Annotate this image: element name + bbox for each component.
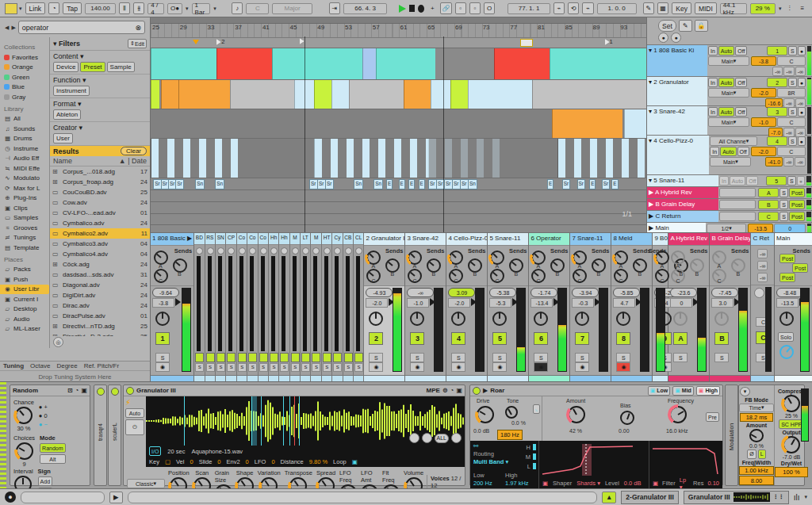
drum-chain-strip[interactable]: SN S (216, 233, 226, 381)
browser-result-row[interactable]: ▭ Diagonal.adv 24 (50, 280, 150, 290)
collection-item[interactable]: Gray (4, 92, 49, 102)
monitor-in[interactable]: In (719, 176, 729, 186)
solo-button[interactable]: S (534, 353, 548, 362)
browser-result-row[interactable]: ⊞ Directivi...nTD.adg 25 (50, 321, 150, 331)
volume-display[interactable]: -1.0 (407, 298, 429, 308)
collapsed-device[interactable]: trasqr4 (94, 384, 107, 486)
fb-amount-knob[interactable] (749, 429, 764, 442)
mixer-strip[interactable]: 3 Snare-42 Sends A B C -∞ -1.0 3 S ◉ (405, 233, 446, 381)
midi-clip[interactable] (532, 80, 646, 109)
solo-button[interactable]: S (369, 353, 383, 362)
chevron-down-icon[interactable]: ▾ (779, 6, 782, 12)
audio-clip-chip[interactable]: Sr (602, 179, 611, 189)
peak-level[interactable]: -8.48 (776, 288, 803, 297)
menu-icon[interactable]: ≡ (798, 3, 807, 13)
tuning-drop-zone[interactable]: Drop Tuning System Here (0, 371, 150, 381)
volume-field[interactable]: -2.0 (751, 147, 776, 156)
arrangement-position-field[interactable]: 66. 4. 3 (343, 3, 387, 14)
monitor-off[interactable]: Off (735, 46, 747, 55)
hot-swap-icon[interactable]: ◎ (53, 337, 63, 347)
solo-button[interactable]: S (788, 46, 797, 55)
midi-clip[interactable] (331, 80, 350, 109)
drum-chain-label[interactable]: Co (247, 233, 257, 245)
peak-level[interactable]: -∞ (407, 288, 434, 297)
monitor-auto[interactable]: Auto (730, 176, 745, 186)
filter-chip-device[interactable]: Device (53, 62, 79, 72)
theme-swatch[interactable] (5, 3, 17, 14)
collapsed-device[interactable]: sculerL (108, 384, 121, 486)
main-lane[interactable] (151, 225, 646, 232)
track-activator[interactable]: 1 (767, 46, 787, 55)
return-activator[interactable]: A (758, 188, 779, 197)
clear-filters-button[interactable]: Clear (121, 147, 147, 155)
chain-activator[interactable] (344, 353, 353, 362)
library-item[interactable]: ▤ All (4, 114, 49, 124)
audio-clip-chip[interactable]: Sn (215, 179, 224, 189)
filter-chip-preset[interactable]: Preset (80, 62, 105, 72)
monitor-off[interactable]: Off (735, 78, 747, 87)
chain-knob[interactable] (228, 247, 235, 254)
band-tab-high[interactable]: ▣ High (696, 386, 720, 396)
levels-icon[interactable]: ılı (794, 493, 800, 502)
drive-knob[interactable] (477, 406, 494, 423)
chain-solo-button[interactable]: S (248, 363, 257, 372)
band-tab-mid[interactable]: ▣ Mid (672, 386, 694, 396)
track-header-3[interactable]: ▾ 3 Snare-42 InAutoOff3S● Main ▾-1.0C -7… (647, 105, 812, 135)
frequency-knob[interactable] (669, 406, 687, 423)
drum-chain-strip[interactable]: M S (311, 233, 321, 381)
param-knob[interactable] (405, 477, 423, 489)
pan-field[interactable]: C (777, 117, 806, 127)
tone-freq-field[interactable]: 180 Hz (497, 430, 523, 440)
pre-post-toggle[interactable]: Post (789, 212, 805, 221)
drum-chain-label[interactable]: M (290, 233, 300, 245)
audio-clip-chip[interactable]: E (399, 179, 405, 189)
browser-result-row[interactable]: ▭ CV-LFO-...ead.adv 01 (50, 208, 150, 218)
lock-icon[interactable]: 🔒 (695, 20, 708, 32)
chain-fader[interactable] (250, 256, 254, 351)
chain-activator[interactable] (280, 353, 289, 362)
track-lane-4[interactable] (151, 139, 646, 178)
filter-group-label[interactable]: Content ▾ (53, 52, 147, 60)
chain-knob[interactable] (281, 247, 288, 254)
param-knob[interactable] (317, 477, 335, 489)
sample-name[interactable]: Aquaphone-15.wav (191, 448, 243, 455)
chain-activator[interactable] (312, 353, 320, 362)
chain-fader[interactable] (293, 256, 297, 351)
fb-width-field[interactable]: 8.00 (739, 476, 774, 485)
track-header-1[interactable]: ▾ 1 808 Basic Ki InAutoOff1S● Main ▾-3.8… (647, 44, 812, 76)
tempo-field[interactable]: 140.00 (85, 3, 116, 14)
monitor-in[interactable]: In (708, 107, 718, 117)
volume-display[interactable]: 4.7 (613, 298, 635, 308)
solo-button[interactable]: S (788, 136, 797, 146)
midi-clip[interactable] (314, 80, 332, 109)
chain-knob[interactable] (312, 247, 320, 254)
beat-time-ruler[interactable]: 252933374145495357616569737781858993 (151, 24, 646, 38)
midi-clip[interactable] (272, 48, 363, 79)
filter-group-label[interactable]: Function ▾ (53, 76, 147, 84)
track-activator[interactable]: B (714, 332, 729, 345)
track-activator[interactable]: 5 (766, 176, 787, 186)
cpu-meter[interactable]: 29 % (750, 3, 776, 14)
punch-in-icon[interactable]: ⌁ (553, 2, 565, 14)
library-item[interactable]: ∿ Modulato (4, 174, 49, 184)
grain-mode-select[interactable]: Classic ▾ (127, 479, 165, 488)
chevron-down-icon[interactable]: ▾ (19, 6, 22, 12)
device-param[interactable]: LFO Freq 0.50 Hz (339, 469, 357, 489)
filter-group-label[interactable]: Creator ▾ (53, 124, 147, 132)
pan-knob[interactable] (410, 312, 424, 326)
mixer-strip[interactable]: 4 Cello-Pizz-0 Sends A B C 3.09 -2.0 4 S… (446, 233, 488, 381)
chance-knob[interactable] (15, 407, 33, 424)
track-lane-3[interactable] (151, 109, 646, 139)
track-activator[interactable]: 3 (767, 107, 787, 117)
mixer-strip[interactable]: 5 Snare-11 Sends A B C -5.38 -5.3 5 S ◉ (488, 233, 529, 381)
volume-display[interactable]: -13.5 (776, 298, 799, 308)
device-param[interactable]: Transpose 0 st (285, 469, 312, 489)
session-record-button[interactable]: O (484, 2, 495, 14)
name-column-header[interactable]: Name (53, 157, 72, 165)
clear-search-icon[interactable]: ⊗ (135, 24, 141, 32)
send-a-meter[interactable]: -41.0 (765, 157, 783, 166)
punch-out-icon[interactable]: ⌁ (582, 2, 593, 14)
fb-filter-button[interactable]: L (758, 450, 766, 459)
drum-chain-label[interactable]: SN (216, 233, 225, 245)
track-activator[interactable]: 4 (451, 332, 465, 345)
